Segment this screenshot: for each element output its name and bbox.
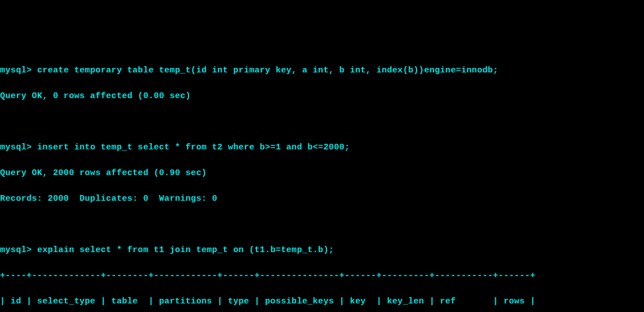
sql-command: create temporary table temp_t(id int pri… [37, 66, 498, 75]
result-line: Records: 2000 Duplicates: 0 Warnings: 0 [0, 193, 644, 206]
command-line-3: mysql> explain select * from t1 join tem… [0, 244, 644, 257]
prompt: mysql> [0, 245, 37, 255]
table-header: | id | select_type | table | partitions … [0, 295, 644, 309]
command-line-2: mysql> insert into temp_t select * from … [0, 141, 644, 155]
table-border: +----+-------------+--------+-----------… [0, 270, 644, 283]
sql-command: explain select * from t1 join temp_t on … [37, 245, 334, 255]
blank-line [0, 218, 644, 232]
sql-command: insert into temp_t select * from t2 wher… [37, 143, 350, 152]
result-line: Query OK, 0 rows affected (0.00 sec) [0, 90, 644, 103]
prompt: mysql> [0, 143, 37, 152]
prompt: mysql> [0, 66, 37, 75]
command-line-1: mysql> create temporary table temp_t(id … [0, 64, 644, 78]
terminal-output: mysql> create temporary table temp_t(id … [0, 51, 644, 312]
blank-line [0, 116, 644, 129]
result-line: Query OK, 2000 rows affected (0.90 sec) [0, 167, 644, 180]
